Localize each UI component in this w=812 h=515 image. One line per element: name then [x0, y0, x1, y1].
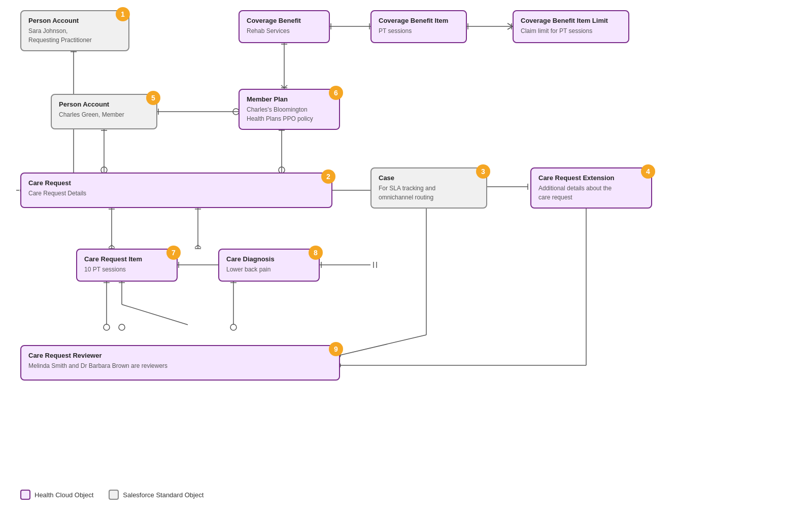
node-care-request-reviewer: Care Request Reviewer Melinda Smith and … — [20, 345, 340, 381]
diagram-container: Person Account Sara Johnson,Requesting P… — [0, 0, 812, 515]
svg-line-42 — [198, 245, 201, 248]
node-coverage-benefit: Coverage Benefit Rehab Services — [239, 10, 330, 43]
badge-3: 3 — [476, 164, 490, 179]
badge-8: 8 — [309, 246, 323, 260]
node-care-diagnosis-sub: Lower back pain — [226, 266, 270, 273]
svg-line-11 — [281, 85, 284, 88]
node-coverage-benefit-item-sub: PT sessions — [379, 27, 412, 35]
node-care-diagnosis: Care Diagnosis Lower back pain — [218, 249, 320, 282]
node-coverage-benefit-item-title: Coverage Benefit Item — [379, 16, 459, 25]
svg-line-37 — [112, 245, 115, 248]
badge-6: 6 — [329, 86, 343, 100]
svg-point-50 — [119, 324, 125, 330]
node-person-account-5-title: Person Account — [59, 100, 149, 109]
legend: Health Cloud Object Salesforce Standard … — [20, 490, 204, 500]
node-care-request: Care Request Care Request Details — [20, 173, 332, 208]
legend-health-cloud-box — [20, 490, 30, 500]
badge-5: 5 — [146, 91, 160, 105]
node-care-request-reviewer-sub: Melinda Smith and Dr Barbara Brown are r… — [28, 362, 167, 369]
node-person-account-1-sub: Sara Johnson,Requesting Practitioner — [28, 27, 92, 44]
svg-line-12 — [284, 85, 287, 88]
node-member-plan-title: Member Plan — [247, 95, 332, 104]
badge-1: 1 — [116, 7, 130, 21]
badge-7: 7 — [166, 246, 181, 260]
svg-line-6 — [507, 23, 513, 26]
node-care-request-extension-sub: Additional details about thecare request — [538, 185, 612, 201]
node-coverage-benefit-item-limit-sub: Claim limit for PT sessions — [521, 27, 592, 35]
node-member-plan: Member Plan Charles's BloomingtonHealth … — [239, 89, 340, 130]
node-person-account-1-title: Person Account — [28, 16, 121, 25]
svg-line-41 — [195, 245, 198, 248]
node-care-diagnosis-title: Care Diagnosis — [226, 255, 312, 264]
legend-health-cloud: Health Cloud Object — [20, 490, 93, 500]
node-case-sub: For SLA tracking andomnichannel routing — [379, 185, 435, 201]
node-care-request-reviewer-title: Care Request Reviewer — [28, 351, 332, 360]
node-person-account-5-sub: Charles Green, Member — [59, 111, 124, 118]
node-care-request-extension: Care Request Extension Additional detail… — [530, 167, 652, 209]
node-case-title: Case — [379, 174, 479, 183]
svg-point-46 — [104, 324, 110, 330]
node-care-request-item-title: Care Request Item — [84, 255, 170, 264]
node-person-account-5: Person Account Charles Green, Member — [51, 94, 157, 129]
node-coverage-benefit-title: Coverage Benefit — [247, 16, 322, 25]
legend-salesforce-box — [109, 490, 119, 500]
legend-salesforce-standard: Salesforce Standard Object — [109, 490, 204, 500]
badge-4: 4 — [641, 164, 655, 179]
legend-salesforce-label: Salesforce Standard Object — [123, 491, 204, 499]
node-case: Case For SLA tracking andomnichannel rou… — [370, 167, 487, 209]
node-care-request-item-sub: 10 PT sessions — [84, 266, 126, 273]
svg-line-49 — [122, 304, 188, 325]
node-person-account-1: Person Account Sara Johnson,Requesting P… — [20, 10, 129, 51]
node-care-request-title: Care Request — [28, 179, 324, 188]
node-coverage-benefit-sub: Rehab Services — [247, 27, 290, 35]
svg-line-36 — [109, 245, 112, 248]
badge-2: 2 — [321, 169, 335, 184]
badge-9: 9 — [329, 342, 343, 356]
node-care-request-item: Care Request Item 10 PT sessions — [76, 249, 178, 282]
svg-line-55 — [340, 335, 426, 355]
node-coverage-benefit-item-limit-title: Coverage Benefit Item Limit — [521, 16, 621, 25]
svg-point-53 — [230, 324, 236, 330]
svg-line-7 — [507, 26, 513, 29]
node-care-request-sub: Care Request Details — [28, 190, 86, 197]
node-coverage-benefit-item-limit: Coverage Benefit Item Limit Claim limit … — [513, 10, 629, 43]
node-care-request-extension-title: Care Request Extension — [538, 174, 644, 183]
node-member-plan-sub: Charles's BloomingtonHealth Plans PPO po… — [247, 106, 313, 122]
node-coverage-benefit-item: Coverage Benefit Item PT sessions — [370, 10, 467, 43]
legend-health-cloud-label: Health Cloud Object — [35, 491, 93, 499]
